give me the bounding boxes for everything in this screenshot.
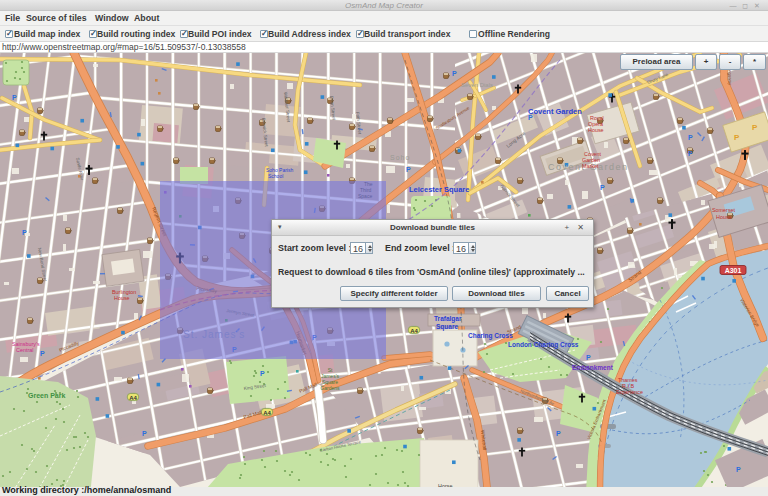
svg-text:Soho: Soho [390, 154, 410, 161]
svg-text:School: School [268, 173, 283, 179]
svg-text:P: P [40, 350, 45, 357]
svg-text:A4: A4 [410, 328, 418, 334]
svg-text:P: P [688, 150, 693, 157]
svg-text:Charing Cross: Charing Cross [468, 332, 513, 340]
svg-text:A301: A301 [725, 267, 742, 274]
svg-text:Square: Square [436, 323, 458, 331]
svg-text:P: P [142, 430, 147, 437]
svg-text:House: House [114, 295, 130, 301]
svg-text:P: P [260, 370, 265, 377]
svg-text:P: P [452, 70, 457, 77]
svg-text:A4: A4 [129, 395, 137, 401]
svg-text:P: P [22, 229, 27, 236]
svg-text:House: House [716, 214, 732, 220]
svg-text:London Charing Cross: London Charing Cross [508, 341, 579, 349]
svg-text:P: P [556, 430, 561, 437]
svg-text:Gardens: Gardens [320, 385, 340, 391]
svg-text:Central: Central [16, 347, 33, 353]
svg-text:P: P [600, 184, 605, 191]
svg-text:House: House [588, 127, 604, 133]
svg-text:P: P [688, 134, 693, 141]
svg-text:Somerset: Somerset [712, 207, 736, 213]
svg-text:Covent Garden: Covent Garden [528, 107, 582, 116]
svg-text:Market: Market [582, 163, 599, 169]
svg-text:P: P [736, 466, 741, 473]
svg-text:Seven Dials: Seven Dials [461, 82, 493, 88]
svg-text:Trafalgar: Trafalgar [434, 315, 462, 323]
svg-text:Green Park: Green Park [28, 392, 65, 399]
svg-text:P: P [406, 166, 411, 173]
svg-text:P: P [12, 94, 17, 101]
svg-text:Embankment: Embankment [572, 364, 614, 371]
svg-text:P: P [586, 354, 591, 361]
svg-text:Experience: Experience [616, 389, 643, 395]
svg-text:P: P [734, 133, 740, 142]
svg-text:Leicester Square: Leicester Square [409, 185, 469, 194]
svg-text:P: P [752, 123, 758, 132]
svg-text:A4: A4 [263, 410, 271, 416]
